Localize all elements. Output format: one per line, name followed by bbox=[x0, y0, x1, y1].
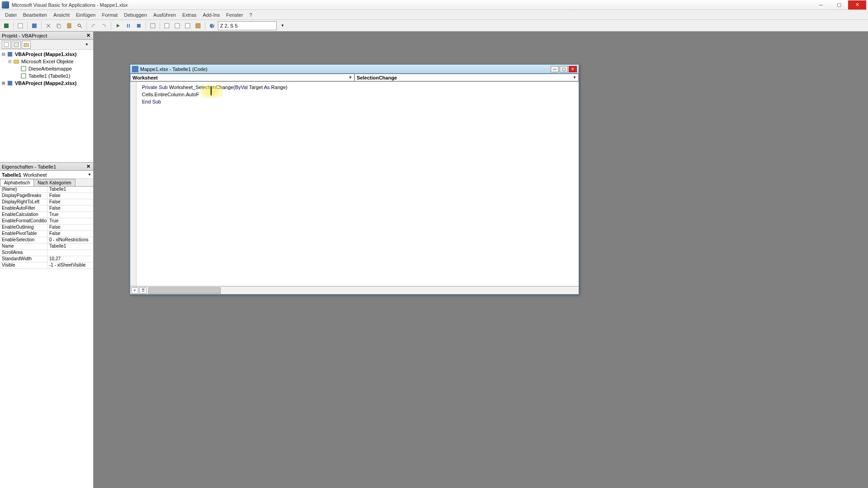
menu-help[interactable]: ? bbox=[246, 11, 255, 19]
view-code-button[interactable] bbox=[2, 41, 11, 49]
tree-item-project2[interactable]: ⊞ VBAProject (Mappe2.xlsx) bbox=[1, 80, 92, 87]
menu-ansicht[interactable]: Ansicht bbox=[50, 11, 73, 19]
toolbox-button[interactable] bbox=[193, 21, 203, 30]
project-panel-title: Projekt - VBAProject bbox=[2, 33, 85, 38]
props-object-selector[interactable]: Tabelle1 Worksheet ▼ bbox=[0, 171, 93, 179]
props-panel-close-button[interactable]: ✕ bbox=[85, 164, 91, 170]
code-maximize-button[interactable]: ▢ bbox=[560, 66, 568, 72]
object-selector[interactable]: Worksheet ▼ bbox=[130, 74, 354, 81]
props-row: EnableAutoFilterFalse bbox=[0, 206, 93, 212]
run-button[interactable] bbox=[113, 21, 123, 30]
code-margin bbox=[130, 82, 137, 286]
toggle-folders-button[interactable] bbox=[22, 41, 31, 49]
code-window-titlebar[interactable]: Mappe1.xlsx - Tabelle1 (Code) ─ ▢ ✕ bbox=[130, 65, 579, 74]
code-close-button[interactable]: ✕ bbox=[569, 66, 577, 72]
svg-rect-0 bbox=[4, 23, 9, 28]
procedure-selector[interactable]: SelectionChange ▼ bbox=[354, 74, 579, 81]
code-icon bbox=[3, 42, 9, 48]
minimize-button[interactable]: ─ bbox=[812, 0, 830, 9]
menu-fenster[interactable]: Fenster bbox=[223, 11, 246, 19]
svg-rect-9 bbox=[127, 24, 128, 28]
position-input[interactable] bbox=[218, 21, 277, 30]
project-tree[interactable]: ⊟ VBAProject (Mappe1.xlsx) ⊟ Microsoft E… bbox=[0, 50, 93, 163]
props-row: EnableFormatConditionsCalcTrue bbox=[0, 218, 93, 225]
tree-item-tabelle1[interactable]: Tabelle1 (Tabelle1) bbox=[1, 72, 92, 80]
svg-rect-26 bbox=[8, 81, 12, 85]
menu-bar: Datei Bearbeiten Ansicht Einfügen Format… bbox=[0, 10, 868, 20]
tab-alphabetisch[interactable]: Alphabetisch bbox=[0, 179, 34, 186]
menu-ausfuehren[interactable]: Ausführen bbox=[150, 11, 179, 19]
properties-button[interactable] bbox=[173, 21, 182, 30]
save-button[interactable] bbox=[30, 21, 39, 30]
text-cursor bbox=[211, 86, 212, 95]
separator bbox=[13, 22, 14, 30]
menu-datei[interactable]: Datei bbox=[2, 11, 20, 19]
menu-format[interactable]: Format bbox=[99, 11, 121, 19]
find-button[interactable] bbox=[75, 21, 84, 30]
svg-marker-8 bbox=[117, 24, 120, 28]
props-panel-title: Eigenschaften - Tabelle1 bbox=[2, 164, 85, 169]
insert-button[interactable] bbox=[16, 21, 25, 30]
code-window-icon bbox=[132, 66, 138, 72]
paste-button[interactable] bbox=[65, 21, 74, 30]
props-row: DisplayRightToLeftFalse bbox=[0, 199, 93, 206]
menu-extras[interactable]: Extras bbox=[179, 11, 199, 19]
full-module-view-button[interactable]: ☰ bbox=[139, 287, 146, 294]
tree-item-project1[interactable]: ⊟ VBAProject (Mappe1.xlsx) bbox=[1, 51, 92, 58]
props-row: ScrollArea bbox=[0, 250, 93, 256]
design-mode-button[interactable] bbox=[148, 21, 157, 30]
chevron-down-icon: ▼ bbox=[88, 173, 91, 177]
menu-bearbeiten[interactable]: Bearbeiten bbox=[20, 11, 50, 19]
separator bbox=[86, 22, 87, 30]
code-editor[interactable]: Private Sub Worksheet_SelectionChange(By… bbox=[130, 82, 579, 286]
toolbox-icon bbox=[195, 23, 201, 29]
svg-rect-2 bbox=[32, 23, 37, 28]
position-dropdown[interactable]: ▼ bbox=[278, 21, 287, 30]
mdi-area: Mappe1.xlsx - Tabelle1 (Code) ─ ▢ ✕ Work… bbox=[94, 32, 868, 488]
procedure-view-button[interactable]: ≡ bbox=[131, 287, 138, 294]
find-icon bbox=[76, 23, 83, 29]
close-button[interactable]: ✕ bbox=[848, 0, 866, 9]
project-explorer-button[interactable] bbox=[162, 21, 171, 30]
copy-button[interactable] bbox=[54, 21, 63, 30]
break-button[interactable] bbox=[124, 21, 133, 30]
project-icon bbox=[6, 80, 14, 86]
tree-item-workbook[interactable]: DieseArbeitsmappe bbox=[1, 65, 92, 72]
svg-rect-22 bbox=[8, 52, 12, 56]
reset-button[interactable] bbox=[134, 21, 143, 30]
tree-icon bbox=[164, 23, 170, 29]
code-window-footer: ≡ ☰ bbox=[130, 286, 579, 294]
svg-rect-19 bbox=[4, 42, 9, 47]
main-toolbar: ? ▼ bbox=[0, 20, 868, 32]
cut-button[interactable] bbox=[44, 21, 53, 30]
tree-item-excel-objects[interactable]: ⊟ Microsoft Excel Objekte bbox=[1, 58, 92, 65]
expander-icon[interactable]: ⊟ bbox=[7, 59, 13, 64]
expander-icon[interactable]: ⊟ bbox=[1, 52, 6, 56]
code-line-1: Private Sub Worksheet_SelectionChange(By… bbox=[142, 84, 575, 91]
excel-icon bbox=[3, 23, 9, 29]
form-icon bbox=[13, 42, 19, 48]
menu-einfuegen[interactable]: Einfügen bbox=[73, 11, 99, 19]
folder-icon bbox=[13, 58, 20, 65]
project-panel-header: Projekt - VBAProject ✕ bbox=[0, 32, 93, 40]
svg-rect-13 bbox=[165, 23, 169, 28]
code-minimize-button[interactable]: ─ bbox=[551, 66, 559, 72]
redo-button[interactable] bbox=[99, 21, 108, 30]
props-object-name: Tabelle1 bbox=[2, 172, 21, 178]
maximize-button[interactable]: ▢ bbox=[830, 0, 848, 9]
svg-rect-15 bbox=[185, 23, 190, 28]
view-excel-button[interactable] bbox=[2, 21, 11, 30]
view-object-button[interactable] bbox=[12, 41, 21, 49]
window-title: Microsoft Visual Basic for Applications … bbox=[12, 2, 812, 8]
project-panel-close-button[interactable]: ✕ bbox=[85, 33, 91, 39]
undo-button[interactable] bbox=[89, 21, 98, 30]
object-browser-button[interactable] bbox=[183, 21, 192, 30]
menu-addins[interactable]: Add-Ins bbox=[199, 11, 223, 19]
expander-icon[interactable]: ⊞ bbox=[1, 81, 6, 85]
horizontal-scrollbar[interactable] bbox=[148, 287, 221, 294]
menu-debuggen[interactable]: Debuggen bbox=[121, 11, 150, 19]
tab-kategorien[interactable]: Nach Kategorien bbox=[33, 179, 75, 186]
project-dropdown-button[interactable]: ▼ bbox=[82, 41, 91, 49]
help-button[interactable]: ? bbox=[208, 21, 217, 30]
properties-grid[interactable]: (Name)Tabelle1 DisplayPageBreaksFalse Di… bbox=[0, 187, 93, 488]
